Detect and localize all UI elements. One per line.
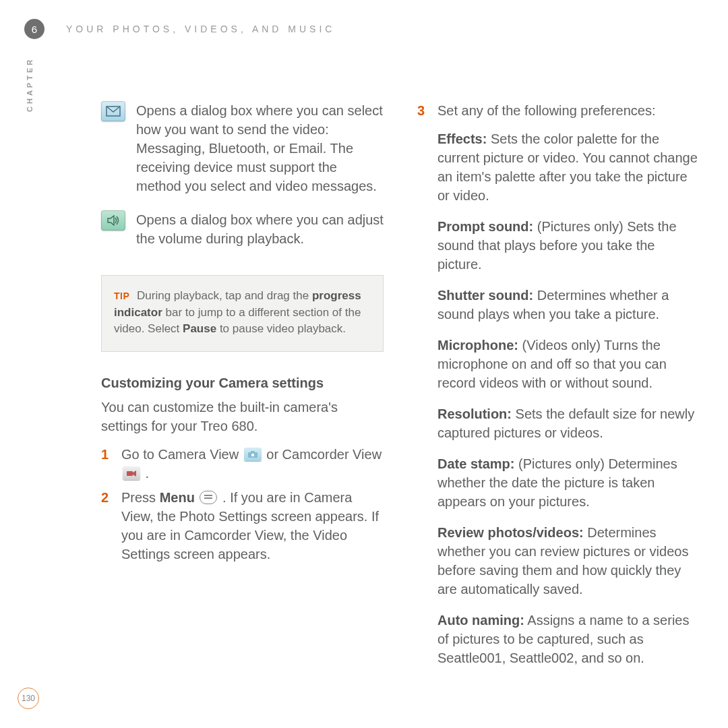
pref-microphone-label: Microphone: [437, 338, 518, 353]
tip-text-1: During playback, tap and drag the [137, 289, 312, 302]
pref-auto-naming: Auto naming: Assigns a name to a series … [437, 611, 700, 667]
page-number: 130 [18, 688, 39, 709]
page: 6 YOUR PHOTOS, VIDEOS, AND MUSIC CHAPTER… [0, 0, 728, 728]
pref-review-label: Review photos/videos: [437, 525, 584, 540]
camera-view-icon [244, 448, 262, 461]
preferences-list: Effects: Sets the color palette for the … [417, 129, 700, 667]
step-2-bold: Menu [160, 490, 195, 505]
step-num-1: 1 [101, 445, 121, 464]
speaker-icon [101, 210, 125, 231]
pref-date-stamp: Date stamp: (Pictures only) Determines w… [437, 454, 700, 511]
svg-point-3 [251, 453, 254, 456]
tip-box: TIP During playback, tap and drag the pr… [101, 275, 384, 352]
pref-date-stamp-label: Date stamp: [437, 456, 514, 471]
right-column: 3 Set any of the following preferences: … [417, 101, 700, 679]
svg-rect-2 [251, 451, 255, 453]
content-columns: Opens a dialog box where you can select … [101, 101, 700, 679]
icon-row-volume: Opens a dialog box where you can adjust … [101, 210, 384, 248]
menu-button-icon [200, 491, 217, 504]
step-3: 3 Set any of the following preferences: [417, 101, 700, 120]
tip-bold-2: Pause [183, 322, 216, 335]
pref-effects: Effects: Sets the color palette for the … [437, 129, 700, 205]
icon-row-volume-text: Opens a dialog box where you can adjust … [136, 210, 384, 248]
pref-microphone: Microphone: (Videos only) Turns the micr… [437, 336, 700, 392]
envelope-icon [101, 101, 125, 121]
chapter-number-badge: 6 [24, 19, 44, 39]
camcorder-view-icon [123, 466, 140, 480]
pref-effects-label: Effects: [437, 131, 487, 146]
pref-shutter-sound-label: Shutter sound: [437, 288, 533, 303]
pref-shutter-sound: Shutter sound: Determines whether a soun… [437, 286, 700, 324]
pref-auto-naming-label: Auto naming: [437, 613, 524, 628]
svg-rect-4 [127, 471, 133, 476]
pref-resolution: Resolution: Sets the default size for ne… [437, 404, 700, 442]
left-column: Opens a dialog box where you can select … [101, 101, 384, 679]
icon-row-send-text: Opens a dialog box where you can select … [136, 101, 384, 195]
pref-resolution-label: Resolution: [437, 406, 512, 421]
pref-prompt-sound-label: Prompt sound: [437, 219, 533, 234]
step-num-3: 3 [417, 101, 437, 120]
pref-prompt-sound: Prompt sound: (Pictures only) Sets the s… [437, 217, 700, 274]
step-2-text: Press Menu . If you are in Camera View, … [121, 488, 384, 564]
step-3-lead-text: Set any of the following preferences: [437, 101, 700, 120]
tip-text-3: to pause video playback. [220, 322, 346, 335]
section-intro: You can customize the built-in camera's … [101, 398, 384, 435]
step-1-text: Go to Camera View or Camcorder View . [121, 445, 384, 483]
tip-label: TIP [114, 291, 129, 301]
step-num-2: 2 [101, 488, 121, 507]
section-heading: Customizing your Camera settings [101, 373, 384, 392]
pref-review: Review photos/videos: Determines whether… [437, 523, 700, 599]
step-1: 1 Go to Camera View or Camcorder View . [101, 445, 384, 483]
step-1-part-3: . [146, 466, 150, 481]
chapter-label: CHAPTER [25, 57, 35, 112]
step-1-part-2: or Camcorder View [266, 447, 382, 462]
step-2-part-1: Press [121, 490, 160, 505]
step-1-part-1: Go to Camera View [121, 447, 243, 462]
page-header-title: YOUR PHOTOS, VIDEOS, AND MUSIC [66, 23, 335, 36]
step-2: 2 Press Menu . If you are in Camera View… [101, 488, 384, 564]
icon-row-send: Opens a dialog box where you can select … [101, 101, 384, 195]
